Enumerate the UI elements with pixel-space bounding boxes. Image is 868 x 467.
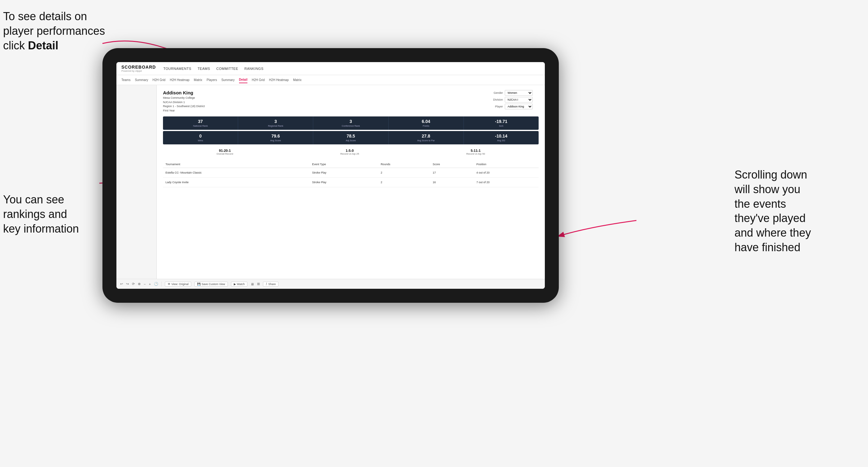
stat-label-national: National Rank bbox=[164, 125, 237, 127]
save-icon: 💾 bbox=[197, 283, 200, 286]
top-navigation: SCOREBOARD Powered by clippd TOURNAMENTS… bbox=[116, 62, 545, 75]
share-button[interactable]: ⤴ Share bbox=[263, 282, 278, 287]
nav-rankings[interactable]: RANKINGS bbox=[244, 65, 263, 72]
subnav-h2hgrid1[interactable]: H2H Grid bbox=[152, 77, 165, 83]
screen-icon[interactable]: 🖥 bbox=[251, 282, 254, 286]
subnav-detail[interactable]: Detail bbox=[239, 77, 247, 83]
stats-row2: 0 Wins 79.6 Avg Score 78.5 Adj Score 27.… bbox=[163, 131, 538, 145]
undo-icon[interactable]: ↩ bbox=[120, 282, 123, 286]
ann-r-line6: have finished bbox=[735, 241, 800, 254]
nav-teams[interactable]: TEAMS bbox=[197, 65, 210, 72]
bottom-toolbar: ↩ ↪ ⟳ ⊕ − + 🕐 👁 View: Original 💾 Save Cu… bbox=[116, 279, 545, 289]
view-original-button[interactable]: 👁 View: Original bbox=[165, 282, 191, 287]
watch-button[interactable]: ▶ Watch bbox=[231, 282, 247, 287]
minus-icon[interactable]: − bbox=[144, 282, 146, 286]
subnav-teams[interactable]: Teams bbox=[121, 77, 130, 83]
record-top50-label: Record vs top 50 bbox=[466, 152, 485, 155]
stat-points: 6.04 Points bbox=[389, 117, 464, 130]
stat-value-wins: 0 bbox=[164, 133, 237, 138]
watch-icon: ▶ bbox=[234, 283, 236, 286]
stat-label-regional: Regional Rank bbox=[239, 125, 312, 127]
save-custom-button[interactable]: 💾 Save Custom View bbox=[194, 282, 228, 287]
player-school: Mesa Community College bbox=[163, 96, 205, 100]
nav-committee[interactable]: COMMITTEE bbox=[216, 65, 239, 72]
grid-icon[interactable]: ⊞ bbox=[257, 282, 260, 286]
stat-wins: 0 Wins bbox=[163, 131, 238, 145]
nav-items: TOURNAMENTS TEAMS COMMITTEE RANKINGS bbox=[163, 65, 264, 72]
subnav-h2hgrid2[interactable]: H2H Grid bbox=[252, 77, 265, 83]
subnav-h2hheatmap2[interactable]: H2H Heatmap bbox=[269, 77, 289, 83]
subnav-matrix1[interactable]: Matrix bbox=[194, 77, 202, 83]
left-panel bbox=[116, 85, 157, 279]
eye-icon: 👁 bbox=[168, 283, 170, 286]
player-info: Addison King Mesa Community College NJCA… bbox=[163, 90, 205, 113]
ann-bl-line1: You can see bbox=[3, 193, 64, 206]
logo: SCOREBOARD Powered by clippd bbox=[121, 65, 156, 72]
record-top50-value: 5-11-1 bbox=[466, 149, 485, 152]
share-label: Share bbox=[268, 283, 276, 286]
division-label: Division bbox=[489, 98, 503, 101]
stat-value-conference: 3 bbox=[314, 119, 387, 124]
stat-label-conference: Conference Rank bbox=[314, 125, 387, 127]
record-overall-value: 91-20-1 bbox=[217, 149, 233, 152]
toolbar-sep1 bbox=[161, 282, 162, 287]
annotation-right: Scrolling down will show you the events … bbox=[735, 168, 865, 255]
stat-label-sos: SoS bbox=[465, 125, 537, 127]
main-content: Addison King Mesa Community College NJCA… bbox=[116, 85, 545, 279]
logo-powered: Powered by clippd bbox=[121, 69, 156, 72]
ann-r-line1: Scrolling down bbox=[735, 168, 807, 181]
subnav-h2hheatmap1[interactable]: H2H Heatmap bbox=[170, 77, 189, 83]
score-1: 17 bbox=[430, 168, 474, 178]
table-row: Estella CC- Mountain Classic Stroke Play… bbox=[163, 168, 538, 178]
stats-row1: 37 National Rank 3 Regional Rank 3 Confe… bbox=[163, 117, 538, 130]
stat-value-avgsg: -10.14 bbox=[465, 133, 537, 138]
share-icon: ⤴ bbox=[266, 283, 267, 286]
redo-icon[interactable]: ↪ bbox=[126, 282, 129, 286]
subnav-matrix2[interactable]: Matrix bbox=[293, 77, 302, 83]
record-top50: 5-11-1 Record vs top 50 bbox=[466, 149, 485, 155]
record-overall: 91-20-1 Overall Record bbox=[217, 149, 233, 155]
record-top25-value: 1-5-0 bbox=[340, 149, 359, 152]
player-header: Addison King Mesa Community College NJCA… bbox=[163, 90, 538, 113]
zoom-icon[interactable]: ⊕ bbox=[138, 282, 141, 286]
stat-avg-sg: -10.14 Avg SG bbox=[464, 131, 538, 145]
gender-row: Gender Women bbox=[489, 90, 538, 96]
position-1: 4 out of 20 bbox=[474, 168, 538, 178]
nav-tournaments[interactable]: TOURNAMENTS bbox=[163, 65, 191, 72]
annotation-line1: To see details on bbox=[3, 10, 87, 23]
player-label: Player bbox=[489, 105, 503, 108]
tournament-table: Tournament Event Type Rounds Score Posit… bbox=[163, 161, 538, 187]
stat-value-adjscore: 78.5 bbox=[314, 133, 387, 138]
ann-r-line5: and where they bbox=[735, 226, 811, 239]
record-top25-label: Record vs top 25 bbox=[340, 152, 359, 155]
refresh-icon[interactable]: ⟳ bbox=[132, 282, 135, 286]
division-select[interactable]: NJCAA I bbox=[505, 97, 533, 102]
tablet-screen: SCOREBOARD Powered by clippd TOURNAMENTS… bbox=[116, 62, 545, 289]
col-event-type: Event Type bbox=[310, 161, 378, 168]
player-region: Region 1 - Southwest (18) District bbox=[163, 104, 205, 109]
player-controls: Gender Women Division NJCAA I bbox=[489, 90, 538, 109]
ann-r-line3: the events bbox=[735, 197, 786, 210]
rounds-2: 2 bbox=[378, 178, 430, 187]
clock-icon[interactable]: 🕐 bbox=[154, 282, 158, 286]
tournament-name-2: Lady Coyote Invite bbox=[163, 178, 310, 187]
sub-navigation: Teams Summary H2H Grid H2H Heatmap Matri… bbox=[116, 75, 545, 85]
player-select[interactable]: Addison King bbox=[505, 104, 533, 109]
annotation-line3-bold: Detail bbox=[28, 39, 58, 52]
subnav-summary2[interactable]: Summary bbox=[221, 77, 235, 83]
plus-icon[interactable]: + bbox=[149, 282, 151, 286]
subnav-players[interactable]: Players bbox=[207, 77, 217, 83]
player-division: NJCAA Division 1 bbox=[163, 100, 205, 105]
player-row: Player Addison King bbox=[489, 104, 538, 109]
stat-value-national: 37 bbox=[164, 119, 237, 124]
col-score: Score bbox=[430, 161, 474, 168]
subnav-summary1[interactable]: Summary bbox=[135, 77, 148, 83]
gender-select[interactable]: Women bbox=[505, 90, 533, 96]
stat-sos: -19.71 SoS bbox=[464, 117, 538, 130]
stat-conference-rank: 3 Conference Rank bbox=[313, 117, 389, 130]
records-row: 91-20-1 Overall Record 1-5-0 Record vs t… bbox=[163, 147, 538, 157]
stat-value-avgtopar: 27.8 bbox=[390, 133, 462, 138]
save-custom-label: Save Custom View bbox=[202, 283, 225, 286]
player-name: Addison King bbox=[163, 90, 205, 95]
tablet-device: SCOREBOARD Powered by clippd TOURNAMENTS… bbox=[102, 48, 559, 303]
